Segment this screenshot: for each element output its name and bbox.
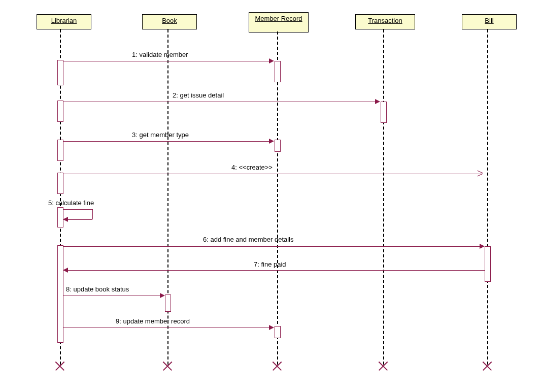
participant-book: Book [142,14,197,29]
message-label-9: 9: update member record [116,317,190,325]
self-arrow-side [92,209,93,219]
destruction-book [162,361,173,371]
lifeline-transaction [383,29,384,365]
destruction-memberrecord [272,361,282,371]
message-label-2: 2: get issue detail [173,91,224,99]
lifeline-bill [487,29,488,365]
activation [57,140,63,161]
arrow-head [160,293,165,298]
sequence-diagram: Librarian Book Member Record Transaction… [0,0,542,392]
message-label-5: 5: calculate fine [48,199,94,207]
participant-label: Bill [485,17,493,24]
activation [275,61,281,82]
arrow-1 [63,61,273,61]
activation [275,326,281,338]
arrow-8 [63,296,163,296]
message-label-4: 4: <<create>> [231,164,273,171]
arrow-head [478,171,483,176]
activation [275,140,281,152]
activation [381,102,387,123]
participant-transaction: Transaction [355,14,415,29]
activation [165,295,171,312]
message-label-3: 3: get member type [132,131,189,139]
activation [57,245,63,343]
arrow-9 [63,328,273,328]
participant-label: Transaction [368,17,402,24]
arrow-2 [63,102,379,102]
arrow-6 [63,246,483,247]
arrow-head [63,217,68,222]
activation [57,101,63,122]
arrow-7 [68,270,485,271]
arrow-head [269,325,274,330]
activation [485,246,491,282]
message-label-7: 7: fine paid [254,260,286,268]
arrow-head [375,99,380,104]
participant-bill: Bill [462,14,517,29]
self-arrow-bottom [67,219,92,220]
participant-label: Librarian [51,17,77,24]
participant-label: Member Record [255,15,302,22]
arrow-head [269,58,274,63]
message-label-6: 6: add fine and member details [203,236,294,243]
participant-librarian: Librarian [37,14,91,29]
activation [57,60,63,85]
arrow-head [269,139,274,144]
arrow-4 [63,174,482,174]
arrow-head [63,268,68,273]
arrow-head [480,244,485,249]
destruction-transaction [378,361,388,371]
activation [57,173,63,194]
arrow-3 [63,141,273,142]
message-label-8: 8: update book status [66,285,129,293]
destruction-bill [482,361,492,371]
participant-label: Book [162,17,177,24]
destruction-librarian [55,361,65,371]
lifeline-book [167,29,168,365]
self-arrow-top [63,209,92,210]
message-label-1: 1: validate member [132,51,188,58]
participant-memberrecord: Member Record [249,12,309,32]
